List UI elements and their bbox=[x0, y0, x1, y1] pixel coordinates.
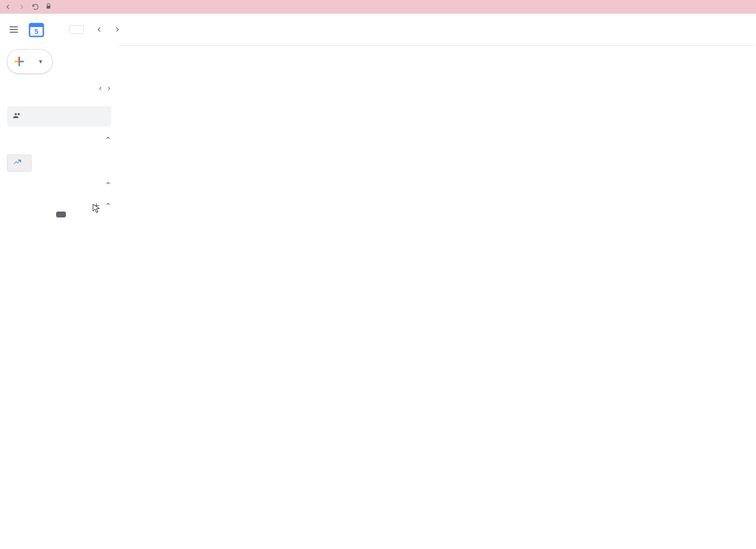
mini-next-icon[interactable]: › bbox=[107, 83, 111, 93]
my-calendars-header[interactable]: ⌃ bbox=[7, 181, 111, 190]
svg-rect-6 bbox=[15, 61, 19, 62]
time-insights-header[interactable]: ⌃ bbox=[7, 135, 111, 145]
search-people-input[interactable] bbox=[7, 106, 111, 126]
other-calendars-header: ＋ ⌃ bbox=[7, 199, 111, 212]
hamburger-icon[interactable] bbox=[8, 24, 20, 35]
calendar-grid[interactable] bbox=[118, 45, 754, 549]
app-logo[interactable]: 5 bbox=[28, 21, 49, 38]
svg-rect-3 bbox=[18, 57, 20, 61]
svg-rect-1 bbox=[30, 24, 43, 27]
svg-rect-4 bbox=[20, 61, 24, 62]
app-header: 5 bbox=[0, 14, 756, 45]
plus-multicolor-icon bbox=[12, 55, 26, 68]
next-month-icon[interactable] bbox=[109, 22, 125, 37]
lock-icon bbox=[45, 3, 52, 11]
add-other-calendars-button[interactable]: ＋ bbox=[92, 199, 101, 212]
back-icon[interactable] bbox=[4, 3, 12, 11]
chevron-up-icon: ⌃ bbox=[105, 135, 111, 145]
prev-month-icon[interactable] bbox=[92, 22, 107, 37]
forward-icon[interactable] bbox=[18, 3, 26, 11]
svg-rect-5 bbox=[18, 62, 20, 66]
browser-bar bbox=[0, 0, 756, 14]
month-nav bbox=[92, 22, 125, 37]
more-insights-button[interactable] bbox=[7, 154, 32, 172]
people-icon bbox=[13, 111, 22, 122]
reload-icon[interactable] bbox=[32, 3, 39, 11]
create-button[interactable]: ▼ bbox=[7, 49, 53, 74]
chevron-up-icon: ⌃ bbox=[105, 181, 111, 190]
url-box[interactable] bbox=[45, 3, 752, 11]
sidebar: ▼ ‹ › ⌃ bbox=[0, 45, 118, 549]
chevron-up-icon[interactable]: ⌃ bbox=[105, 202, 111, 210]
add-calendars-tooltip bbox=[56, 212, 66, 217]
mini-prev-icon[interactable]: ‹ bbox=[98, 83, 102, 93]
calendar-logo-icon: 5 bbox=[28, 21, 45, 38]
today-button[interactable] bbox=[69, 25, 84, 34]
svg-rect-7 bbox=[18, 61, 20, 62]
chevron-down-icon: ▼ bbox=[38, 59, 43, 64]
svg-text:5: 5 bbox=[34, 28, 38, 35]
insights-icon bbox=[13, 158, 21, 168]
